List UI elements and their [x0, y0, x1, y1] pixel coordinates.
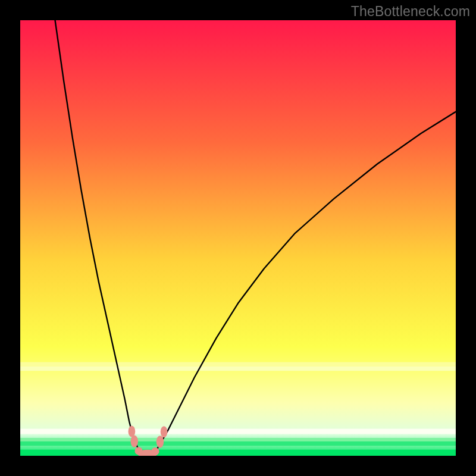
marker-floor-blob-left — [135, 447, 143, 455]
band-green-mid — [20, 441, 456, 446]
plot-area — [20, 20, 456, 456]
marker-right-branch-high — [161, 426, 168, 437]
background-gradient — [20, 20, 456, 456]
marker-left-branch-low — [131, 436, 138, 447]
band-green-bottom — [20, 450, 456, 456]
marker-left-branch-high — [129, 425, 136, 437]
svg-rect-0 — [20, 20, 456, 456]
marker-floor-blob-right — [151, 447, 159, 455]
band-green-top — [20, 438, 456, 442]
band-yellow-band-bottom — [20, 367, 456, 371]
watermark-text: TheBottleneck.com — [351, 4, 470, 20]
marker-right-branch-low — [156, 436, 164, 447]
outer-frame: TheBottleneck.com — [0, 0, 476, 476]
band-white-band — [20, 429, 456, 434]
band-yellow-band-top — [20, 362, 456, 367]
